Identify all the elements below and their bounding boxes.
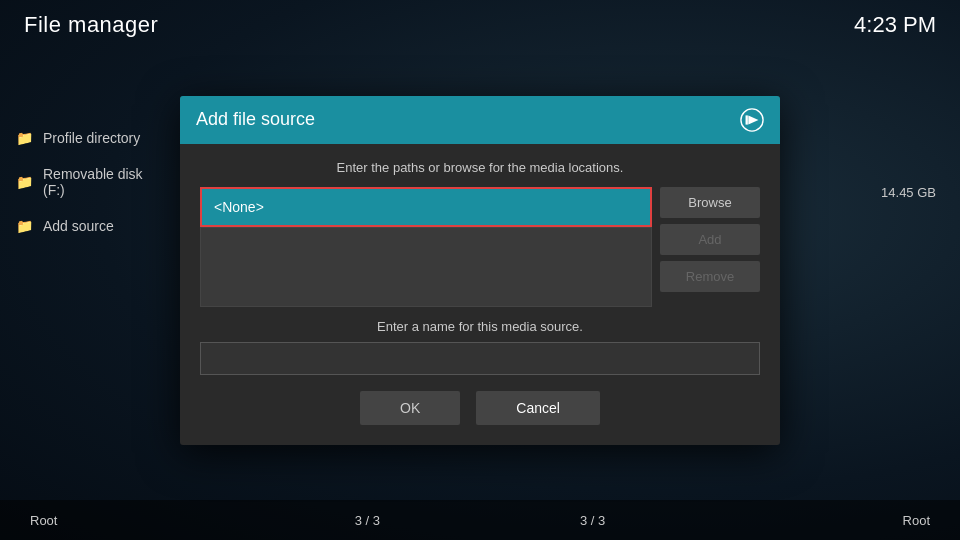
cancel-button[interactable]: Cancel — [476, 391, 600, 425]
paths-description: Enter the paths or browse for the media … — [200, 160, 760, 175]
remove-button[interactable]: Remove — [660, 261, 760, 292]
name-section: Enter a name for this media source. — [200, 319, 760, 375]
source-input-row: <None> Browse Add Remove — [200, 187, 760, 307]
source-none-item[interactable]: <None> — [200, 187, 652, 227]
dialog-footer: OK Cancel — [200, 391, 760, 425]
add-file-source-dialog: Add file source Enter the paths or brows… — [180, 96, 780, 445]
close-icon[interactable] — [740, 108, 764, 132]
name-description: Enter a name for this media source. — [200, 319, 760, 334]
browse-button[interactable]: Browse — [660, 187, 760, 218]
name-input[interactable] — [200, 342, 760, 375]
source-none-label: <None> — [214, 199, 264, 215]
svg-rect-2 — [746, 115, 748, 124]
dialog-overlay: Add file source Enter the paths or brows… — [0, 0, 960, 540]
svg-marker-1 — [748, 115, 758, 124]
dialog-header: Add file source — [180, 96, 780, 144]
action-buttons: Browse Add Remove — [660, 187, 760, 307]
dialog-title: Add file source — [196, 109, 315, 130]
add-button[interactable]: Add — [660, 224, 760, 255]
kodi-logo-icon — [740, 107, 764, 133]
dialog-body: Enter the paths or browse for the media … — [180, 144, 780, 445]
source-input-area: <None> — [200, 187, 652, 307]
source-list-area — [200, 227, 652, 307]
ok-button[interactable]: OK — [360, 391, 460, 425]
